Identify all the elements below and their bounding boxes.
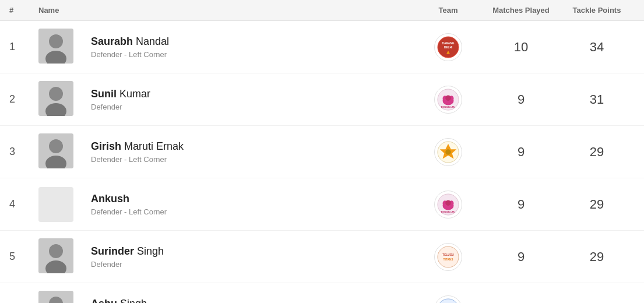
player-last-name: Kumar	[119, 88, 150, 100]
player-first-name: Ashu	[91, 298, 117, 304]
table-row: 1 Saurabh Nandal Defender - Left Corner …	[0, 21, 644, 73]
svg-point-21	[445, 149, 451, 155]
svg-point-26	[445, 200, 451, 206]
player-avatar	[38, 187, 79, 222]
tackle-points: 34	[559, 40, 635, 55]
player-first-name: Sunil	[91, 88, 117, 100]
player-avatar	[38, 81, 79, 118]
player-position: Defender - Left Corner	[91, 50, 413, 59]
svg-point-14	[445, 95, 451, 101]
table-row: 4 Ankush Defender - Left Corner BENGALUR…	[0, 178, 644, 231]
svg-point-31	[438, 246, 459, 267]
player-position: Defender - Left Corner	[91, 207, 413, 216]
player-first-name: Saurabh	[91, 36, 133, 47]
matches-played: 9	[483, 197, 559, 212]
player-first-name: Girish	[91, 140, 121, 152]
rank-cell: 3	[9, 146, 38, 158]
player-info: Saurabh Nandal Defender - Left Corner	[91, 36, 413, 59]
svg-point-1	[49, 34, 63, 48]
svg-text:TITANS: TITANS	[444, 258, 453, 260]
team-cell	[413, 138, 483, 166]
player-first-name: Ankush	[91, 193, 129, 205]
player-avatar	[38, 238, 79, 276]
rank-cell: 5	[9, 251, 38, 263]
table-row: 2 Sunil Kumar Defender BENGALURU 9	[0, 73, 644, 126]
player-last-name: Maruti Ernak	[124, 140, 184, 152]
team-logo	[434, 138, 462, 166]
player-info: Girish Maruti Ernak Defender - Left Corn…	[91, 140, 413, 164]
svg-point-8	[49, 87, 63, 101]
player-last-name: Singh	[137, 245, 164, 257]
svg-point-17	[49, 139, 63, 153]
matches-played: 9	[483, 92, 559, 107]
team-cell: DABANG DELHI	[413, 33, 483, 61]
table-header: # Name Team Matches Played Tackle Points	[0, 0, 644, 21]
table-body: 1 Saurabh Nandal Defender - Left Corner …	[0, 21, 644, 303]
matches-played: 9	[483, 145, 559, 160]
player-info: Sunil Kumar Defender	[91, 88, 413, 111]
player-name: Ashu Singh	[91, 298, 413, 304]
player-name: Surinder Singh	[91, 245, 413, 258]
player-last-name: Singh	[120, 298, 147, 304]
header-name: Name	[38, 6, 413, 15]
player-first-name: Surinder	[91, 245, 134, 257]
tackle-points: 29	[559, 145, 635, 160]
table-row: 3 Girish Maruti Ernak Defender - Left Co…	[0, 126, 644, 178]
player-position: Defender	[91, 260, 413, 269]
header-tackle: Tackle Points	[559, 6, 635, 15]
svg-text:BENGALURU: BENGALURU	[441, 106, 456, 108]
team-logo: BENGALURU	[434, 191, 462, 219]
matches-played: 10	[483, 40, 559, 55]
rank-cell: 4	[9, 198, 38, 210]
rank-cell: 2	[9, 93, 38, 105]
team-cell: UP	[413, 295, 483, 304]
player-avatar	[38, 291, 79, 304]
player-avatar	[38, 133, 79, 171]
team-cell: BENGALURU	[413, 86, 483, 114]
player-info: Ankush Defender - Left Corner	[91, 193, 413, 216]
player-info: Ashu Singh Defender - Right Cover	[91, 298, 413, 304]
table-container: # Name Team Matches Played Tackle Points…	[0, 0, 644, 303]
table-row: 5 Surinder Singh Defender TELUGU TITANS …	[0, 231, 644, 283]
player-name: Saurabh Nandal	[91, 36, 413, 48]
player-name: Sunil Kumar	[91, 88, 413, 100]
team-logo: BENGALURU	[434, 86, 462, 114]
player-avatar	[38, 29, 79, 66]
player-position: Defender - Left Corner	[91, 155, 413, 164]
svg-text:DELHI: DELHI	[444, 45, 452, 48]
header-matches: Matches Played	[483, 6, 559, 15]
team-cell: TELUGU TITANS	[413, 243, 483, 271]
header-rank: #	[9, 6, 38, 15]
svg-point-37	[438, 298, 459, 303]
player-last-name: Nandal	[136, 36, 169, 47]
tackle-points: 29	[559, 249, 635, 265]
team-cell: BENGALURU	[413, 191, 483, 219]
header-team: Team	[413, 6, 483, 15]
svg-text:BENGALURU: BENGALURU	[441, 211, 456, 213]
player-info: Surinder Singh Defender	[91, 245, 413, 269]
table-row: 6 Ashu Singh Defender - Right Cover UP 8	[0, 283, 644, 303]
rank-cell: 1	[9, 41, 38, 53]
svg-text:TELUGU: TELUGU	[442, 253, 454, 256]
tackle-points: 31	[559, 92, 635, 107]
player-name: Girish Maruti Ernak	[91, 140, 413, 153]
svg-text:DABANG: DABANG	[442, 42, 455, 45]
player-position: Defender	[91, 103, 413, 111]
matches-played: 9	[483, 249, 559, 265]
svg-point-29	[49, 244, 63, 258]
team-logo: UP	[434, 295, 462, 304]
player-name: Ankush	[91, 193, 413, 205]
tackle-points: 29	[559, 197, 635, 212]
team-logo: TELUGU TITANS	[434, 243, 462, 271]
team-logo: DABANG DELHI	[434, 33, 462, 61]
